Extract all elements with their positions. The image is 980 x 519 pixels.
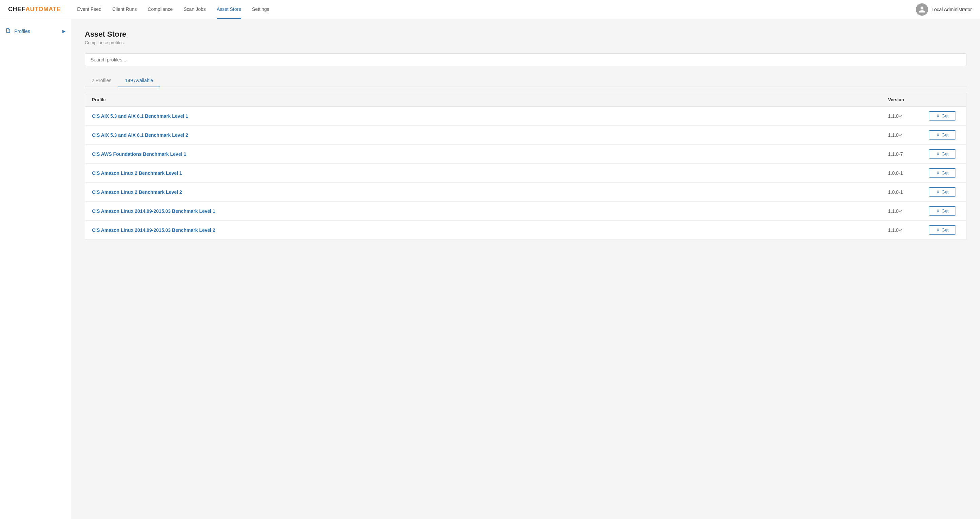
table-row: CIS Amazon Linux 2014.09-2015.03 Benchma… xyxy=(85,220,966,240)
get-btn-label: Get xyxy=(942,170,949,176)
profile-link-5[interactable]: CIS Amazon Linux 2014.09-2015.03 Benchma… xyxy=(92,208,215,214)
page-subtitle: Compliance profiles. xyxy=(85,40,966,45)
table-header: Profile Version xyxy=(85,93,966,107)
topnav: CHEFAUTOMATE Event Feed Client Runs Comp… xyxy=(0,0,980,19)
col-header-version: Version xyxy=(888,97,929,102)
version-text-2: 1.1.0-7 xyxy=(888,152,929,157)
table-row: CIS Amazon Linux 2014.09-2015.03 Benchma… xyxy=(85,202,966,220)
sidebar-profiles-label: Profiles xyxy=(14,29,30,34)
layout: Profiles ▶ Asset Store Compliance profil… xyxy=(0,19,980,519)
profile-link-2[interactable]: CIS AWS Foundations Benchmark Level 1 xyxy=(92,152,186,157)
nav-scan-jobs[interactable]: Scan Jobs xyxy=(183,0,205,19)
get-btn-label: Get xyxy=(942,208,949,214)
get-btn-label: Get xyxy=(942,189,949,195)
get-btn-label: Get xyxy=(942,133,949,137)
version-text-4: 1.0.0-1 xyxy=(888,189,929,195)
version-text-3: 1.0.0-1 xyxy=(888,170,929,176)
profiles-table: Profile Version CIS AIX 5.3 and AIX 6.1 … xyxy=(85,93,966,240)
get-btn-label: Get xyxy=(942,227,949,233)
table-row: CIS AIX 5.3 and AIX 6.1 Benchmark Level … xyxy=(85,126,966,145)
nav-settings[interactable]: Settings xyxy=(252,0,269,19)
profile-link-0[interactable]: CIS AIX 5.3 and AIX 6.1 Benchmark Level … xyxy=(92,113,188,119)
get-btn-label: Get xyxy=(942,113,949,118)
table-row: CIS Amazon Linux 2 Benchmark Level 21.0.… xyxy=(85,183,966,202)
main-content: Asset Store Compliance profiles. 2 Profi… xyxy=(71,19,980,519)
table-row: CIS AWS Foundations Benchmark Level 11.1… xyxy=(85,145,966,164)
get-btn-label: Get xyxy=(942,152,949,156)
get-button-1[interactable]: ⇓Get xyxy=(929,130,956,139)
download-icon: ⇓ xyxy=(936,114,940,118)
profile-link-1[interactable]: CIS AIX 5.3 and AIX 6.1 Benchmark Level … xyxy=(92,133,188,138)
nav-links: Event Feed Client Runs Compliance Scan J… xyxy=(77,0,916,19)
logo[interactable]: CHEFAUTOMATE xyxy=(8,6,61,13)
profile-link-6[interactable]: CIS Amazon Linux 2014.09-2015.03 Benchma… xyxy=(92,227,215,233)
get-button-0[interactable]: ⇓Get xyxy=(929,111,956,120)
table-body: CIS AIX 5.3 and AIX 6.1 Benchmark Level … xyxy=(85,107,966,240)
profile-link-3[interactable]: CIS Amazon Linux 2 Benchmark Level 1 xyxy=(92,170,182,176)
download-icon: ⇓ xyxy=(936,152,940,156)
download-icon: ⇓ xyxy=(936,190,940,195)
sidebar: Profiles ▶ xyxy=(0,19,71,519)
tabs: 2 Profiles 149 Available xyxy=(85,74,966,87)
version-text-1: 1.1.0-4 xyxy=(888,133,929,138)
get-button-4[interactable]: ⇓Get xyxy=(929,187,956,196)
get-button-2[interactable]: ⇓Get xyxy=(929,149,956,158)
logo-automate: AUTOMATE xyxy=(25,6,61,13)
download-icon: ⇓ xyxy=(936,228,940,233)
avatar[interactable] xyxy=(916,3,928,16)
download-icon: ⇓ xyxy=(936,171,940,176)
profile-link-4[interactable]: CIS Amazon Linux 2 Benchmark Level 2 xyxy=(92,189,182,195)
search-input[interactable] xyxy=(85,53,966,66)
download-icon: ⇓ xyxy=(936,209,940,214)
profiles-icon xyxy=(5,28,11,35)
version-text-5: 1.1.0-4 xyxy=(888,208,929,214)
get-button-6[interactable]: ⇓Get xyxy=(929,225,956,235)
table-row: CIS Amazon Linux 2 Benchmark Level 11.0.… xyxy=(85,164,966,183)
get-button-3[interactable]: ⇓Get xyxy=(929,168,956,177)
tab-profiles[interactable]: 2 Profiles xyxy=(85,74,118,87)
col-header-profile: Profile xyxy=(92,97,888,102)
nav-event-feed[interactable]: Event Feed xyxy=(77,0,102,19)
user-name-label: Local Administrator xyxy=(931,7,972,12)
nav-user-section: Local Administrator xyxy=(916,3,972,16)
page-title: Asset Store xyxy=(85,30,966,39)
version-text-0: 1.1.0-4 xyxy=(888,113,929,119)
sidebar-arrow-icon: ▶ xyxy=(62,29,65,34)
sidebar-item-profiles[interactable]: Profiles ▶ xyxy=(0,24,71,38)
get-button-5[interactable]: ⇓Get xyxy=(929,206,956,216)
table-row: CIS AIX 5.3 and AIX 6.1 Benchmark Level … xyxy=(85,107,966,126)
nav-client-runs[interactable]: Client Runs xyxy=(112,0,137,19)
nav-asset-store[interactable]: Asset Store xyxy=(217,0,241,19)
nav-compliance[interactable]: Compliance xyxy=(148,0,173,19)
tab-available[interactable]: 149 Available xyxy=(118,74,160,87)
version-text-6: 1.1.0-4 xyxy=(888,227,929,233)
logo-chef: CHEF xyxy=(8,6,25,13)
download-icon: ⇓ xyxy=(936,133,940,137)
